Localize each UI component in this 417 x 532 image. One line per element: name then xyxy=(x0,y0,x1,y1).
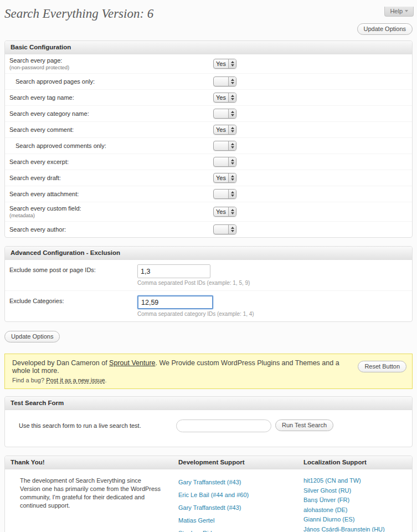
stepper-icon xyxy=(228,93,236,102)
list-item: alohastone (DE) xyxy=(303,505,412,515)
test-search-input[interactable] xyxy=(176,420,271,432)
development-support-list: Gary Traffanstedt (#43) Eric Le Bail (#4… xyxy=(178,475,303,532)
page-title: Search Everything Version: 6 xyxy=(4,7,413,21)
stepper-icon xyxy=(228,190,236,198)
select-search-approved-pages[interactable] xyxy=(213,76,236,86)
stepper-up-icon xyxy=(231,175,234,177)
settings-page: Help Search Everything Version: 6 Update… xyxy=(0,7,417,532)
help-label: Help xyxy=(390,8,403,14)
field-help-text: Comma separated category IDs (example: 1… xyxy=(137,311,254,317)
stepper-down-icon xyxy=(231,114,234,116)
adv-row-exclude-categories: Exclude Categories: Comma separated cate… xyxy=(5,290,412,321)
loc-support-link[interactable]: Barış Ünver (FR) xyxy=(303,497,349,503)
reset-button[interactable]: Reset Button xyxy=(358,361,406,372)
stepper-icon xyxy=(228,77,236,86)
dev-support-link[interactable]: Matias Gertel xyxy=(178,517,214,524)
adv-label: Exclude some post or page IDs: xyxy=(9,264,137,286)
stepper-up-icon xyxy=(231,61,234,63)
post-new-issue-link[interactable]: Post it as a new issue xyxy=(46,377,105,383)
list-item: Gianni Diurno (ES) xyxy=(303,514,412,524)
loc-support-link[interactable]: Gianni Diurno (ES) xyxy=(303,516,354,523)
stepper-up-icon xyxy=(231,209,234,211)
dev-support-link[interactable]: Gary Traffanstedt (#43) xyxy=(178,479,241,485)
stepper-down-icon xyxy=(231,230,234,232)
cfg-row-search-every-tag: Search every tag name: Yes xyxy=(5,89,412,105)
cfg-label: Search approved comments only: xyxy=(9,142,213,150)
cfg-label: Search every tag name: xyxy=(9,94,213,101)
select-search-approved-comments[interactable] xyxy=(213,141,236,151)
cfg-label: Search every excerpt: xyxy=(9,158,213,166)
cfg-row-search-every-category: Search every category name: xyxy=(5,105,412,121)
adv-row-exclude-ids: Exclude some post or page IDs: Comma sep… xyxy=(5,260,412,290)
list-item: János Csárdi-Braunstein (HU) xyxy=(303,524,412,532)
stepper-down-icon xyxy=(231,130,234,132)
development-support-col-title: Development Support xyxy=(178,456,303,469)
update-options-button-bottom[interactable]: Update Options xyxy=(4,331,60,342)
test-search-form-box: Test Search Form Use this search form to… xyxy=(4,396,413,447)
run-test-search-button[interactable]: Run Test Search xyxy=(275,420,333,431)
cfg-label: Search every comment: xyxy=(9,126,213,134)
select-search-every-excerpt[interactable] xyxy=(213,157,236,167)
sprout-venture-link[interactable]: Sprout Venture xyxy=(109,359,155,367)
select-search-every-attachment[interactable] xyxy=(213,189,236,199)
dev-support-link[interactable]: Stephen Rider xyxy=(178,530,217,532)
dev-support-link[interactable]: Eric Le Bail (#44 and #60) xyxy=(178,492,249,498)
select-search-every-author[interactable] xyxy=(213,224,236,234)
stepper-icon xyxy=(228,225,236,234)
select-search-every-comment[interactable]: Yes xyxy=(213,125,236,135)
loc-support-link[interactable]: hit1205 (CN and TW) xyxy=(303,477,361,484)
dev-support-link[interactable]: Gary Traffanstedt (#43) xyxy=(178,504,241,511)
loc-support-link[interactable]: alohastone (DE) xyxy=(303,507,348,513)
thank-you-message-col: The development of Search Everything sin… xyxy=(5,475,178,532)
cfg-row-search-every-excerpt: Search every excerpt: xyxy=(5,154,412,170)
select-search-every-tag[interactable]: Yes xyxy=(213,93,236,103)
notice-line1: Developed by Dan Cameron of Sprout Ventu… xyxy=(12,359,351,375)
cfg-sublabel: (metadata) xyxy=(9,212,213,218)
list-item: Stephen Rider xyxy=(178,526,303,532)
field-help-text: Comma separated Post IDs (example: 1, 5,… xyxy=(137,280,250,286)
stepper-up-icon xyxy=(231,79,234,81)
exclude-categories-input[interactable] xyxy=(137,295,213,309)
select-search-every-draft[interactable]: Yes xyxy=(213,173,236,183)
cfg-label: Search every custom field: (metadata) xyxy=(9,205,213,218)
loc-support-link[interactable]: János Csárdi-Braunstein (HU) xyxy=(303,526,385,532)
stepper-down-icon xyxy=(231,195,234,197)
thank-you-box: Thank You! Development Support Localizat… xyxy=(4,456,413,532)
select-search-custom-field[interactable]: Yes xyxy=(213,207,236,217)
adv-field-group: Comma separated category IDs (example: 1… xyxy=(137,295,254,317)
exclude-post-ids-input[interactable] xyxy=(137,264,210,278)
stepper-down-icon xyxy=(231,146,234,149)
update-options-button-top[interactable]: Update Options xyxy=(357,23,413,35)
cfg-label: Search approved pages only: xyxy=(9,78,213,85)
adv-label: Exclude Categories: xyxy=(9,295,137,317)
cfg-label: Search every category name: xyxy=(9,110,213,117)
notice-line2: Find a bug? Post it as a new issue. xyxy=(12,377,351,383)
stepper-down-icon xyxy=(231,82,234,84)
cfg-label: Search every author: xyxy=(9,226,213,233)
stepper-up-icon xyxy=(231,159,234,161)
thank-you-col-title: Thank You! xyxy=(5,456,178,469)
cfg-row-search-every-author: Search every author: xyxy=(5,221,412,237)
test-search-form-title: Test Search Form xyxy=(5,397,412,410)
cfg-label: Search every draft: xyxy=(9,175,213,182)
cfg-row-search-custom-field: Search every custom field: (metadata) Ye… xyxy=(5,202,412,221)
test-search-row: Use this search form to run a live searc… xyxy=(5,410,412,447)
stepper-icon xyxy=(228,157,236,166)
stepper-up-icon xyxy=(231,127,234,129)
thank-you-header: Thank You! Development Support Localizat… xyxy=(5,456,412,469)
select-search-every-category[interactable] xyxy=(213,109,236,119)
localization-support-col-title: Localization Support xyxy=(303,456,412,469)
help-button[interactable]: Help xyxy=(384,7,414,17)
cfg-row-search-every-comment: Search every comment: Yes xyxy=(5,121,412,137)
select-search-every-page[interactable]: Yes xyxy=(213,59,236,69)
bottom-actions: Update Options xyxy=(4,331,413,342)
test-search-description: Use this search form to run a live searc… xyxy=(9,420,176,429)
stepper-icon xyxy=(228,207,236,216)
cfg-label: Search every attachment: xyxy=(9,191,213,198)
stepper-up-icon xyxy=(231,95,234,97)
stepper-up-icon xyxy=(231,143,234,145)
cfg-row-search-approved-pages: Search approved pages only: xyxy=(5,73,412,89)
advanced-configuration-title: Advanced Configuration - Exclusion xyxy=(5,247,412,260)
loc-support-link[interactable]: Silver Ghost (RU) xyxy=(303,487,351,494)
list-item: Gary Traffanstedt (#43) xyxy=(178,501,303,514)
